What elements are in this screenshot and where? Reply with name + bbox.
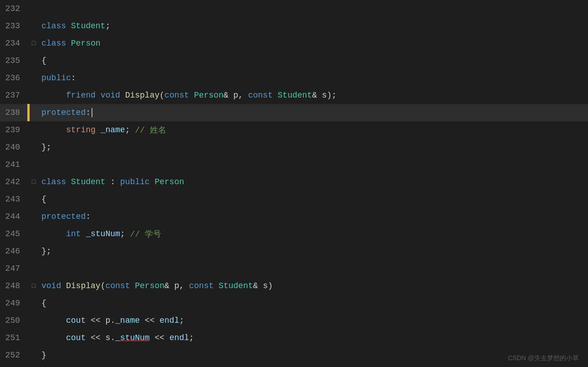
line-number: 247 (0, 264, 27, 273)
line-border (27, 312, 30, 329)
token: const (248, 91, 278, 100)
line-number: 252 (0, 351, 27, 360)
collapse-icon[interactable]: □ (30, 282, 38, 289)
code-line: 235{ (0, 52, 588, 69)
token: endl (169, 333, 189, 342)
line-number: 241 (0, 160, 27, 169)
token: // 姓名 (135, 124, 166, 135)
line-number: 236 (0, 73, 27, 83)
token: }; (41, 143, 51, 152)
token: ; (120, 229, 130, 238)
code-line: 246}; (0, 243, 588, 260)
line-border (27, 17, 30, 35)
token: : (86, 212, 91, 221)
token: _stuNum (86, 229, 120, 238)
code-content: cout << p._name << endl; (38, 316, 184, 325)
line-number: 239 (0, 125, 27, 134)
code-line: 237friend void Display(const Person& p, … (0, 87, 588, 104)
token: & s) (253, 281, 273, 290)
token: : (71, 73, 76, 83)
code-content: }; (38, 247, 51, 256)
code-editor[interactable]: 232233class Student;234□class Person235{… (0, 0, 588, 367)
token: int (66, 229, 86, 238)
collapse-icon[interactable]: □ (30, 40, 38, 47)
line-border (27, 0, 30, 17)
line-number: 235 (0, 56, 27, 65)
token: : (86, 108, 91, 117)
code-content: } (38, 351, 46, 360)
token: { (41, 195, 46, 204)
token: << (150, 333, 169, 342)
token: & p, (164, 281, 189, 290)
watermark: CSDN @失去梦想的小草 (508, 354, 579, 362)
code-line: 234□class Person (0, 35, 588, 52)
line-number: 244 (0, 212, 27, 221)
token: class (41, 177, 71, 186)
token: ( (101, 281, 106, 290)
code-line: 251cout << s._stuNum << endl; (0, 329, 588, 346)
code-content: cout << s._stuNum << endl; (38, 333, 194, 342)
code-line: 253 (0, 364, 588, 367)
line-number: 250 (0, 316, 27, 325)
line-border (27, 52, 30, 69)
token: void (101, 91, 125, 100)
token: Student (219, 281, 253, 290)
line-border (27, 295, 30, 312)
text-cursor (92, 108, 92, 117)
code-line: 248□void Display(const Person& p, const … (0, 277, 588, 295)
line-number: 234 (0, 39, 27, 48)
token: & s); (312, 91, 337, 100)
token: class (41, 39, 71, 48)
collapse-icon[interactable]: □ (30, 178, 38, 186)
token: Student (278, 91, 312, 100)
token: cout (66, 316, 86, 325)
line-number: 246 (0, 247, 27, 256)
token: public (41, 73, 71, 83)
token: << p. (86, 316, 115, 325)
code-line: 242□class Student : public Person (0, 173, 588, 191)
token: : (105, 177, 120, 186)
code-line: 241 (0, 156, 588, 173)
token: ; (189, 333, 194, 342)
line-border (27, 208, 30, 225)
code-line: 245int _stuNum; // 学号 (0, 225, 588, 243)
line-number: 251 (0, 333, 27, 342)
code-content: class Student : public Person (38, 177, 184, 186)
code-line: 236public: (0, 69, 588, 87)
token: Student (71, 177, 106, 186)
token: ( (159, 91, 164, 100)
code-line: 252} (0, 346, 588, 364)
code-line: 247 (0, 260, 588, 277)
code-line: 232 (0, 0, 588, 17)
code-content: class Person (38, 39, 101, 48)
code-line: 233class Student; (0, 17, 588, 35)
code-content: public: (38, 73, 76, 83)
token: cout (66, 333, 86, 342)
code-content: string _name; // 姓名 (38, 124, 166, 135)
token: _stuNum (115, 333, 150, 342)
token: void (41, 281, 66, 290)
line-number: 243 (0, 195, 27, 204)
code-content: protected: (38, 108, 92, 117)
code-content: protected: (38, 212, 91, 221)
token: ; (105, 21, 110, 31)
line-number: 248 (0, 281, 27, 290)
token: Person (135, 281, 164, 290)
line-border (27, 69, 30, 87)
code-lines: 232233class Student;234□class Person235{… (0, 0, 588, 367)
token: ; (125, 125, 135, 134)
code-line: 238protected: (0, 104, 588, 121)
line-border (27, 346, 30, 364)
token: Person (71, 39, 101, 48)
code-content: { (38, 195, 46, 204)
code-line: 243{ (0, 191, 588, 208)
line-number: 249 (0, 299, 27, 308)
token: _name (101, 125, 125, 134)
line-number: 245 (0, 229, 27, 238)
code-content: friend void Display(const Person& p, con… (38, 91, 337, 100)
line-number: 233 (0, 21, 27, 31)
token: const (105, 281, 135, 290)
code-content: int _stuNum; // 学号 (38, 228, 161, 239)
line-number: 240 (0, 143, 27, 152)
line-border (27, 364, 30, 367)
